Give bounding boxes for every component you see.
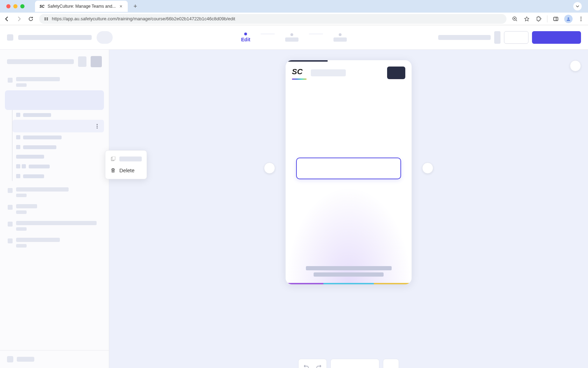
text-skeleton: [23, 145, 56, 149]
sidebar-header: [0, 50, 109, 74]
lesson-icon: [8, 78, 13, 83]
status-skeleton: [438, 35, 491, 40]
divider: [547, 15, 547, 22]
footer-icon[interactable]: [7, 356, 13, 362]
toolbar-right-group: [383, 359, 399, 368]
sidebar-action-2[interactable]: [91, 56, 102, 67]
menu-icon[interactable]: [578, 15, 584, 22]
zoom-icon[interactable]: [511, 15, 518, 22]
slide-icon: [16, 164, 20, 168]
toolbar-button[interactable]: [385, 361, 397, 368]
undo-redo-group: [298, 359, 327, 368]
text-skeleton: [16, 244, 27, 248]
slide-item[interactable]: [13, 110, 104, 120]
toolbar-middle-group: [330, 359, 379, 368]
step-3[interactable]: [334, 33, 347, 42]
lesson-icon: [8, 205, 13, 210]
lesson-item[interactable]: [5, 74, 104, 90]
sc-logo: SC: [292, 67, 307, 78]
slide-item-active[interactable]: [13, 120, 104, 132]
minimize-window-button[interactable]: [13, 4, 18, 8]
add-slide-right-button[interactable]: [422, 162, 433, 174]
tab-favicon: SC: [39, 4, 45, 9]
browser-tab[interactable]: SC SafetyCulture: Manage Teams and... ×: [35, 1, 128, 12]
back-icon[interactable]: [7, 34, 13, 41]
context-menu: Delete: [105, 150, 147, 179]
lesson-item[interactable]: [5, 201, 104, 217]
sidebar: [0, 50, 109, 368]
header-left: [7, 31, 113, 44]
context-menu-item-delete[interactable]: Delete: [105, 165, 147, 176]
extensions-icon[interactable]: [535, 15, 542, 22]
step-label: Edit: [241, 37, 250, 42]
text-skeleton: [306, 266, 392, 270]
add-slide-left-button[interactable]: [264, 162, 275, 174]
forward-button[interactable]: [15, 15, 22, 22]
sidebar-content: [0, 74, 109, 350]
canvas-settings-button[interactable]: [570, 60, 581, 71]
lesson-icon: [8, 222, 13, 227]
context-label-skeleton: [119, 157, 142, 161]
reload-button[interactable]: [27, 15, 34, 22]
tabs-dropdown-button[interactable]: [573, 2, 582, 11]
context-menu-item-1[interactable]: [105, 153, 147, 165]
step-connector: [261, 34, 275, 34]
back-button[interactable]: [4, 15, 10, 22]
step-label-skeleton: [334, 37, 347, 42]
svg-point-8: [568, 17, 569, 19]
text-skeleton: [16, 77, 60, 81]
text-skeleton: [16, 194, 27, 197]
sidebar-footer: [0, 350, 109, 368]
secondary-button[interactable]: [504, 31, 528, 44]
canvas[interactable]: SC: [109, 50, 588, 368]
slide-icon: [16, 174, 20, 178]
trash-icon: [110, 168, 116, 173]
step-connector: [309, 34, 323, 34]
text-skeleton: [23, 174, 44, 178]
lesson-item[interactable]: [5, 217, 104, 234]
text-skeleton: [16, 204, 37, 208]
slide-item[interactable]: [13, 132, 104, 142]
maximize-window-button[interactable]: [20, 4, 24, 8]
slide-item[interactable]: [13, 152, 104, 161]
stepper: Edit: [241, 33, 347, 42]
footer-text-skeleton: [17, 357, 34, 362]
undo-button[interactable]: [300, 361, 313, 368]
primary-button[interactable]: [532, 31, 581, 44]
action-skeleton[interactable]: [494, 31, 500, 44]
context-label: Delete: [119, 167, 134, 173]
new-tab-button[interactable]: +: [131, 1, 140, 11]
close-window-button[interactable]: [6, 4, 10, 8]
app: Edit: [0, 25, 588, 368]
site-settings-icon[interactable]: [43, 16, 49, 22]
slide-item[interactable]: [13, 142, 104, 152]
lesson-icon: [8, 188, 13, 193]
lesson-item[interactable]: [5, 234, 104, 251]
svg-point-10: [581, 18, 582, 19]
profile-icon[interactable]: [564, 15, 573, 23]
title-input[interactable]: [296, 158, 401, 179]
step-2[interactable]: [285, 33, 299, 42]
sidebar-action-1[interactable]: [78, 56, 86, 67]
device-preview[interactable]: SC: [286, 60, 412, 284]
close-tab-button[interactable]: ×: [119, 4, 124, 9]
device-footer-text: [286, 266, 412, 277]
step-edit[interactable]: Edit: [241, 33, 250, 42]
text-skeleton: [16, 221, 97, 225]
svg-point-9: [581, 16, 582, 18]
svg-rect-3: [47, 18, 48, 18]
slide-item[interactable]: [13, 161, 104, 171]
redo-button[interactable]: [313, 361, 325, 368]
slide-item[interactable]: [13, 171, 104, 181]
step-dot: [339, 33, 342, 36]
more-options-button[interactable]: [93, 123, 100, 130]
browser-chrome: SC SafetyCulture: Manage Teams and... × …: [0, 0, 588, 25]
text-skeleton: [16, 227, 27, 231]
bookmark-icon[interactable]: [523, 15, 530, 22]
step-dot: [290, 33, 293, 36]
progress-bar: [286, 60, 328, 62]
lesson-item-selected[interactable]: [5, 90, 104, 110]
sidepanel-icon[interactable]: [552, 15, 559, 22]
url-input[interactable]: https://app.au.safetyculture.com/trainin…: [39, 14, 506, 24]
lesson-item[interactable]: [5, 184, 104, 201]
